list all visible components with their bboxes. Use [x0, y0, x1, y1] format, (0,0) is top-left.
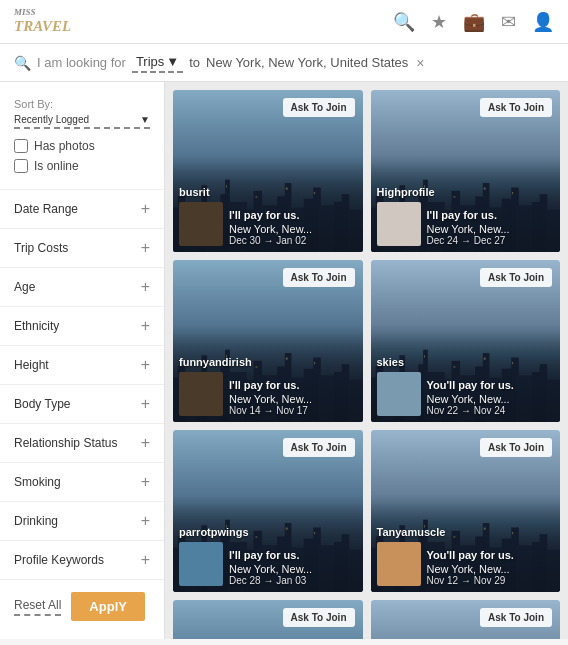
- has-photos-checkbox[interactable]: Has photos: [14, 139, 150, 153]
- filter-date-range[interactable]: Date Range +: [0, 190, 164, 229]
- sidebar: Sort By: Recently Logged ▼ Has photos Is…: [0, 82, 165, 639]
- ask-to-join-btn-5[interactable]: Ask To Join: [283, 438, 355, 457]
- briefcase-icon[interactable]: 💼: [463, 11, 485, 33]
- pay-label-6: You'll pay for us.: [427, 549, 555, 561]
- trips-label: Trips: [136, 54, 164, 69]
- date-range-4: Nov 22 → Nov 24: [427, 405, 555, 416]
- avatar-3: [179, 372, 223, 416]
- sort-by-value-text: Recently Logged: [14, 114, 89, 125]
- filter-drinking-expand-icon: +: [141, 512, 150, 530]
- user-icon[interactable]: 👤: [532, 11, 554, 33]
- card-info-5: I'll pay for us. New York, New... Dec 28…: [229, 549, 357, 586]
- pay-label-5: I'll pay for us.: [229, 549, 357, 561]
- filter-trip-costs[interactable]: Trip Costs +: [0, 229, 164, 268]
- filter-smoking-label: Smoking: [14, 475, 61, 489]
- ask-to-join-btn-3[interactable]: Ask To Join: [283, 268, 355, 287]
- filter-date-range-expand-icon: +: [141, 200, 150, 218]
- filter-trip-costs-expand-icon: +: [141, 239, 150, 257]
- card-bottom-6: You'll pay for us. New York, New... Nov …: [371, 536, 561, 592]
- clear-button[interactable]: ×: [416, 55, 424, 71]
- reset-button[interactable]: Reset All: [14, 598, 61, 616]
- filter-body-type[interactable]: Body Type +: [0, 385, 164, 424]
- avatar-4: [377, 372, 421, 416]
- sort-by-chevron: ▼: [140, 114, 150, 125]
- filter-date-range-label: Date Range: [14, 202, 78, 216]
- is-online-checkbox[interactable]: Is online: [14, 159, 150, 173]
- filter-drinking-label: Drinking: [14, 514, 58, 528]
- ask-to-join-btn-8[interactable]: Ask To Join: [480, 608, 552, 627]
- city-name-4: New York, New...: [427, 393, 555, 405]
- is-online-input[interactable]: [14, 159, 28, 173]
- search-icon[interactable]: 🔍: [393, 11, 415, 33]
- cards-grid: Ask To Join busrit I'll pay for us. New …: [173, 90, 560, 639]
- sort-by-dropdown[interactable]: Recently Logged ▼: [14, 114, 150, 129]
- trips-chevron: ▼: [166, 54, 179, 69]
- looking-for-label: I am looking for: [37, 55, 126, 70]
- ask-to-join-btn-2[interactable]: Ask To Join: [480, 98, 552, 117]
- card-5[interactable]: Ask To Join parrotpwings I'll pay for us…: [173, 430, 363, 592]
- star-icon[interactable]: ★: [431, 11, 447, 33]
- header: MISS TRAVEL 🔍 ★ 💼 ✉ 👤: [0, 0, 568, 44]
- date-range-6: Nov 12 → Nov 29: [427, 575, 555, 586]
- city-name-6: New York, New...: [427, 563, 555, 575]
- filter-height[interactable]: Height +: [0, 346, 164, 385]
- card-bottom-4: You'll pay for us. New York, New... Nov …: [371, 366, 561, 422]
- card-bottom-5: I'll pay for us. New York, New... Dec 28…: [173, 536, 363, 592]
- card-1[interactable]: Ask To Join busrit I'll pay for us. New …: [173, 90, 363, 252]
- avatar-5: [179, 542, 223, 586]
- card-2[interactable]: Ask To Join Highprofile I'll pay for us.…: [371, 90, 561, 252]
- card-info-6: You'll pay for us. New York, New... Nov …: [427, 549, 555, 586]
- trips-dropdown[interactable]: Trips ▼: [132, 52, 183, 73]
- has-photos-input[interactable]: [14, 139, 28, 153]
- main-layout: Sort By: Recently Logged ▼ Has photos Is…: [0, 82, 568, 639]
- card-4[interactable]: Ask To Join skies You'll pay for us. New…: [371, 260, 561, 422]
- logo-line2: TRAVEL: [14, 18, 71, 35]
- filter-profile-keywords[interactable]: Profile Keywords +: [0, 541, 164, 580]
- filter-age[interactable]: Age +: [0, 268, 164, 307]
- is-online-label: Is online: [34, 159, 79, 173]
- card-info-2: I'll pay for us. New York, New... Dec 24…: [427, 209, 555, 246]
- filter-relationship-status[interactable]: Relationship Status +: [0, 424, 164, 463]
- ask-to-join-btn-6[interactable]: Ask To Join: [480, 438, 552, 457]
- sidebar-actions: Reset All ApplY: [0, 580, 164, 633]
- filter-relationship-label: Relationship Status: [14, 436, 117, 450]
- date-range-1: Dec 30 → Jan 02: [229, 235, 357, 246]
- card-8[interactable]: Ask To Join Fisher59 I'll pay for us. Ne…: [371, 600, 561, 639]
- location-text: New York, New York, United States: [206, 55, 408, 70]
- header-icons: 🔍 ★ 💼 ✉ 👤: [393, 11, 554, 33]
- card-3[interactable]: Ask To Join funnyandirish I'll pay for u…: [173, 260, 363, 422]
- filter-body-type-expand-icon: +: [141, 395, 150, 413]
- filter-age-label: Age: [14, 280, 35, 294]
- ask-to-join-btn-1[interactable]: Ask To Join: [283, 98, 355, 117]
- cards-area: Ask To Join busrit I'll pay for us. New …: [165, 82, 568, 639]
- pay-label-3: I'll pay for us.: [229, 379, 357, 391]
- filter-smoking[interactable]: Smoking +: [0, 463, 164, 502]
- pay-label-4: You'll pay for us.: [427, 379, 555, 391]
- card-6[interactable]: Ask To Join Tanyamuscle You'll pay for u…: [371, 430, 561, 592]
- filter-trip-costs-label: Trip Costs: [14, 241, 68, 255]
- pay-label-2: I'll pay for us.: [427, 209, 555, 221]
- filter-ethnicity[interactable]: Ethnicity +: [0, 307, 164, 346]
- avatar-6: [377, 542, 421, 586]
- logo-line1: MISS: [14, 8, 71, 18]
- search-bar-icon: 🔍: [14, 55, 31, 71]
- sort-by-section: Sort By: Recently Logged ▼: [0, 92, 164, 139]
- card-bottom-3: I'll pay for us. New York, New... Nov 14…: [173, 366, 363, 422]
- filter-drinking[interactable]: Drinking +: [0, 502, 164, 541]
- apply-button[interactable]: ApplY: [71, 592, 145, 621]
- filter-ethnicity-label: Ethnicity: [14, 319, 59, 333]
- has-photos-label: Has photos: [34, 139, 95, 153]
- ask-to-join-btn-4[interactable]: Ask To Join: [480, 268, 552, 287]
- date-range-2: Dec 24 → Dec 27: [427, 235, 555, 246]
- mail-icon[interactable]: ✉: [501, 11, 516, 33]
- filter-height-label: Height: [14, 358, 49, 372]
- card-7[interactable]: Ask To Join latinaprincess You'll pay fo…: [173, 600, 363, 639]
- search-bar: 🔍 I am looking for Trips ▼ to New York, …: [0, 44, 568, 82]
- city-name-1: New York, New...: [229, 223, 357, 235]
- logo: MISS TRAVEL: [14, 8, 71, 34]
- filter-keywords-label: Profile Keywords: [14, 553, 104, 567]
- city-name-5: New York, New...: [229, 563, 357, 575]
- sort-by-label: Sort By:: [14, 98, 150, 110]
- card-info-1: I'll pay for us. New York, New... Dec 30…: [229, 209, 357, 246]
- ask-to-join-btn-7[interactable]: Ask To Join: [283, 608, 355, 627]
